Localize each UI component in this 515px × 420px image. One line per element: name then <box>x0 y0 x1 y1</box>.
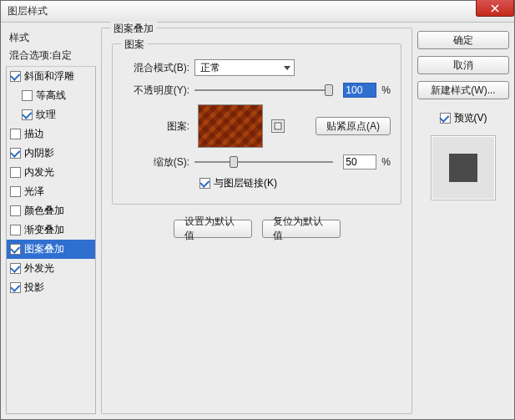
style-label: 描边 <box>24 127 44 141</box>
opacity-row: 不透明度(Y): 100 % <box>123 83 391 98</box>
sidebar-blend-options[interactable]: 混合选项:自定 <box>6 47 96 67</box>
style-label: 纹理 <box>36 108 56 122</box>
scale-row: 缩放(S): 50 % <box>123 154 391 170</box>
pattern-overlay-group: 图案叠加 图案 混合模式(B): 正常 不透明度(Y): <box>101 28 412 414</box>
new-style-button[interactable]: 新建样式(W)... <box>417 81 509 99</box>
style-item[interactable]: 颜色叠加 <box>7 201 95 220</box>
right-buttons: 确定 取消 新建样式(W)... 预览(V) <box>417 28 509 414</box>
preview-label: 预览(V) <box>454 111 487 125</box>
blend-mode-label: 混合模式(B): <box>123 61 189 75</box>
pattern-group: 图案 混合模式(B): 正常 不透明度(Y): <box>112 43 401 205</box>
scale-thumb[interactable] <box>230 156 238 168</box>
pattern-swatch[interactable] <box>198 104 263 148</box>
style-item[interactable]: 纹理 <box>7 105 95 124</box>
style-checkbox[interactable] <box>10 282 21 293</box>
make-default-button[interactable]: 设置为默认值 <box>174 220 252 238</box>
style-list: 斜面和浮雕等高线纹理描边内阴影内发光光泽颜色叠加渐变叠加图案叠加外发光投影 <box>6 67 96 414</box>
style-item[interactable]: 等高线 <box>7 86 95 105</box>
style-label: 外发光 <box>24 261 54 276</box>
style-item[interactable]: 光泽 <box>7 182 95 201</box>
opacity-thumb[interactable] <box>325 84 333 96</box>
chevron-down-icon <box>284 66 290 70</box>
style-item[interactable]: 描边 <box>7 124 95 144</box>
default-buttons-row: 设置为默认值 复位为默认值 <box>112 220 401 238</box>
snap-origin-button[interactable]: 贴紧原点(A) <box>316 117 391 135</box>
titlebar[interactable]: 图层样式 <box>1 1 514 23</box>
close-button[interactable] <box>476 0 514 17</box>
link-with-layer-checkbox[interactable] <box>199 178 210 189</box>
inner-group-label: 图案 <box>121 38 148 52</box>
style-label: 斜面和浮雕 <box>24 69 74 83</box>
close-icon <box>491 4 499 13</box>
ok-button[interactable]: 确定 <box>417 31 509 49</box>
style-checkbox[interactable] <box>10 148 21 159</box>
pattern-row: 图案: 贴紧原点(A) <box>123 104 391 148</box>
link-with-layer-label: 与图层链接(K) <box>214 176 277 190</box>
new-preset-button[interactable] <box>271 119 285 133</box>
blend-mode-select[interactable]: 正常 <box>194 59 295 76</box>
opacity-input[interactable]: 100 <box>343 83 376 98</box>
style-item[interactable]: 斜面和浮雕 <box>7 67 95 86</box>
style-checkbox[interactable] <box>10 186 21 197</box>
link-with-layer-row: 与图层链接(K) <box>199 176 391 190</box>
window-title: 图层样式 <box>8 4 48 18</box>
preview-row: 预览(V) <box>417 111 509 125</box>
sidebar-header: 样式 <box>6 28 96 47</box>
scale-slider[interactable] <box>194 156 333 168</box>
style-item[interactable]: 渐变叠加 <box>7 220 95 240</box>
preview-box <box>431 135 496 200</box>
preview-thumbnail <box>449 154 477 182</box>
style-label: 投影 <box>24 281 44 295</box>
style-checkbox[interactable] <box>10 71 21 82</box>
style-checkbox[interactable] <box>10 129 21 139</box>
style-item[interactable]: 投影 <box>7 278 95 297</box>
style-checkbox[interactable] <box>10 225 21 235</box>
blend-mode-value: 正常 <box>200 61 220 75</box>
style-checkbox[interactable] <box>10 263 21 274</box>
cancel-button[interactable]: 取消 <box>417 56 509 74</box>
style-checkbox[interactable] <box>22 109 33 120</box>
svg-rect-0 <box>275 123 281 129</box>
style-label: 等高线 <box>36 89 66 103</box>
scale-input[interactable]: 50 <box>343 154 376 170</box>
style-label: 内发光 <box>24 165 54 180</box>
pattern-label: 图案: <box>123 119 189 134</box>
opacity-label: 不透明度(Y): <box>123 83 189 98</box>
reset-default-button[interactable]: 复位为默认值 <box>262 220 341 238</box>
style-checkbox[interactable] <box>22 90 33 101</box>
style-item[interactable]: 内阴影 <box>7 144 95 163</box>
dialog-body: 样式 混合选项:自定 斜面和浮雕等高线纹理描边内阴影内发光光泽颜色叠加渐变叠加图… <box>1 23 514 419</box>
style-label: 图案叠加 <box>24 242 64 256</box>
style-item[interactable]: 图案叠加 <box>7 240 95 259</box>
outer-group-label: 图案叠加 <box>110 22 157 36</box>
settings-panel: 图案叠加 图案 混合模式(B): 正常 不透明度(Y): <box>101 28 412 414</box>
style-label: 渐变叠加 <box>24 223 64 237</box>
opacity-slider[interactable] <box>194 84 333 96</box>
style-item[interactable]: 内发光 <box>7 163 95 182</box>
style-label: 颜色叠加 <box>24 204 64 218</box>
style-checkbox[interactable] <box>10 205 21 216</box>
layer-style-dialog: 图层样式 样式 混合选项:自定 斜面和浮雕等高线纹理描边内阴影内发光光泽颜色叠加… <box>0 0 515 420</box>
style-label: 内阴影 <box>24 146 54 160</box>
style-checkbox[interactable] <box>10 167 21 178</box>
style-label: 光泽 <box>24 185 44 199</box>
styles-sidebar: 样式 混合选项:自定 斜面和浮雕等高线纹理描边内阴影内发光光泽颜色叠加渐变叠加图… <box>6 28 96 414</box>
percent-label: % <box>381 84 391 96</box>
new-preset-icon <box>274 122 282 130</box>
scale-label: 缩放(S): <box>123 155 189 170</box>
style-checkbox[interactable] <box>10 244 21 255</box>
blend-mode-row: 混合模式(B): 正常 <box>123 59 391 76</box>
preview-checkbox[interactable] <box>440 113 451 124</box>
percent-label: % <box>381 156 391 168</box>
style-item[interactable]: 外发光 <box>7 259 95 278</box>
